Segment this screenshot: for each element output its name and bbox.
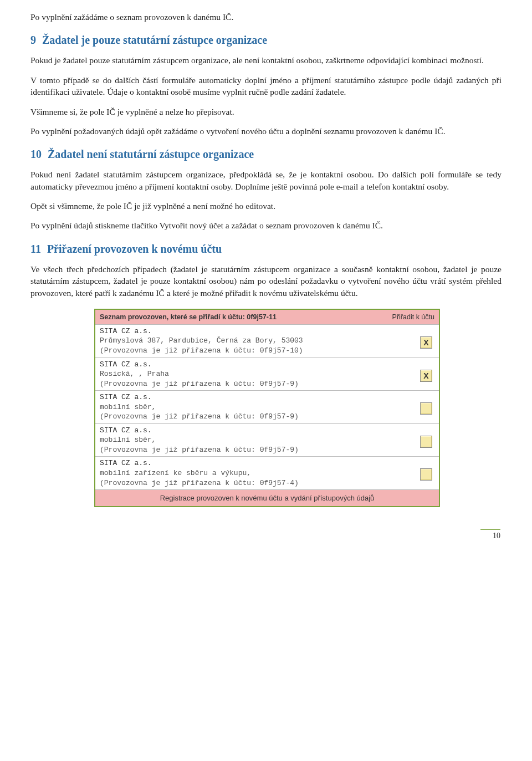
table-col-right: Přiřadit k účtu bbox=[392, 313, 434, 321]
section-10-p3: Po vyplnění údajů stiskneme tlačítko Vyt… bbox=[30, 219, 502, 231]
section-9-number: 9 bbox=[30, 34, 36, 46]
provozovna-company: SITA CZ a.s. bbox=[100, 426, 152, 435]
section-10-p1: Pokud není žadatel statutárním zástupcem… bbox=[30, 168, 502, 192]
section-10-title: Žadatel není statutární zástupce organiz… bbox=[48, 148, 254, 160]
table-row: SITA CZ a.s.mobilní sběr,(Provozovna je … bbox=[95, 423, 439, 457]
table-row: SITA CZ a.s.mobilní zařízení ke sběru a … bbox=[95, 456, 439, 489]
provozovny-table-header: Seznam provozoven, které se přiřadí k úč… bbox=[95, 310, 439, 324]
section-9-p3: Všimneme si, že pole IČ je vyplněné a ne… bbox=[30, 106, 502, 118]
provozovna-address: mobilní sběr, bbox=[100, 402, 299, 412]
section-9-p1: Pokud je žadatel pouze statutárním zástu… bbox=[30, 54, 502, 66]
section-11-heading: 11 Přiřazení provozoven k novému účtu bbox=[30, 243, 502, 256]
intro-paragraph: Po vyplnění zažádáme o seznam provozoven… bbox=[30, 11, 502, 23]
provozovna-note: (Provozovna je již přiřazena k účtu: 0f9… bbox=[100, 379, 299, 389]
section-9-p2: V tomto případě se do dalších částí form… bbox=[30, 74, 502, 98]
assign-checkbox[interactable]: X bbox=[420, 370, 432, 382]
provozovna-note: (Provozovna je již přiřazena k účtu: 0f9… bbox=[100, 478, 299, 488]
assign-checkbox[interactable] bbox=[420, 436, 432, 448]
section-11-p1: Ve všech třech předchozích případech (ža… bbox=[30, 263, 502, 299]
section-10-number: 10 bbox=[30, 148, 42, 160]
provozovna-company: SITA CZ a.s. bbox=[100, 360, 152, 369]
provozovna-text: SITA CZ a.s.Průmyslová 387, Pardubice, Č… bbox=[100, 326, 303, 356]
provozovna-address: Průmyslová 387, Pardubice, Černá za Bory… bbox=[100, 336, 303, 346]
provozovna-address: mobilní zařízení ke sběru a výkupu, bbox=[100, 468, 299, 478]
section-9-heading: 9 Žadatel je pouze statutární zástupce o… bbox=[30, 34, 502, 47]
table-row: SITA CZ a.s.Průmyslová 387, Pardubice, Č… bbox=[95, 324, 439, 357]
section-10-heading: 10 Žadatel není statutární zástupce orga… bbox=[30, 148, 502, 161]
provozovna-text: SITA CZ a.s.mobilní sběr,(Provozovna je … bbox=[100, 426, 299, 455]
table-title: Seznam provozoven, které se přiřadí k úč… bbox=[100, 313, 277, 321]
section-10-p2: Opět si všimneme, že pole IČ je již vypl… bbox=[30, 200, 502, 212]
provozovny-table-footer-button[interactable]: Registrace provozoven k novému účtu a vy… bbox=[95, 489, 439, 506]
assign-checkbox[interactable]: X bbox=[420, 336, 432, 349]
table-row: SITA CZ a.s.mobilní sběr,(Provozovna je … bbox=[95, 390, 439, 423]
provozovna-text: SITA CZ a.s.mobilní sběr,(Provozovna je … bbox=[100, 392, 299, 422]
page-number: 10 bbox=[480, 529, 500, 540]
section-9-title: Žadatel je pouze statutární zástupce org… bbox=[42, 34, 267, 46]
provozovny-table: Seznam provozoven, které se přiřadí k úč… bbox=[94, 309, 438, 507]
provozovna-company: SITA CZ a.s. bbox=[100, 459, 152, 467]
provozovna-note: (Provozovna je již přiřazena k účtu: 0f9… bbox=[100, 346, 303, 356]
assign-checkbox[interactable] bbox=[420, 468, 432, 481]
provozovna-note: (Provozovna je již přiřazena k účtu: 0f9… bbox=[100, 445, 299, 455]
section-11-number: 11 bbox=[30, 243, 41, 255]
provozovna-text: SITA CZ a.s.Rosická, , Praha(Provozovna … bbox=[100, 360, 299, 389]
provozovna-address: mobilní sběr, bbox=[100, 435, 299, 445]
provozovna-company: SITA CZ a.s. bbox=[100, 327, 152, 335]
assign-checkbox[interactable] bbox=[420, 402, 432, 415]
provozovna-address: Rosická, , Praha bbox=[100, 369, 299, 379]
table-row: SITA CZ a.s.Rosická, , Praha(Provozovna … bbox=[95, 357, 439, 391]
section-11-title: Přiřazení provozoven k novému účtu bbox=[47, 243, 222, 255]
section-9-p4: Po vyplnění požadovaných údajů opět zažá… bbox=[30, 125, 502, 137]
provozovna-note: (Provozovna je již přiřazena k účtu: 0f9… bbox=[100, 412, 299, 422]
provozovna-text: SITA CZ a.s.mobilní zařízení ke sběru a … bbox=[100, 458, 299, 488]
provozovna-company: SITA CZ a.s. bbox=[100, 393, 152, 401]
